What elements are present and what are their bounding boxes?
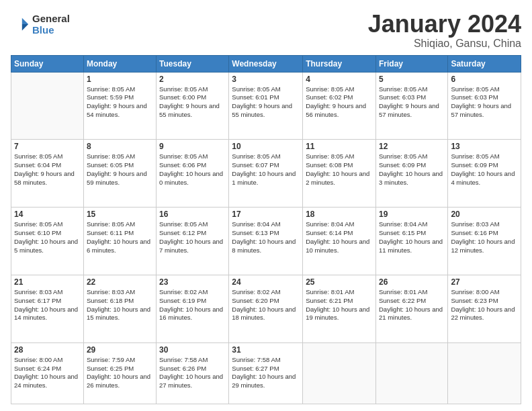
day-info: Sunrise: 8:01 AMSunset: 6:22 PMDaylight:…: [379, 288, 443, 321]
day-cell: 9 Sunrise: 8:05 AMSunset: 6:06 PMDayligh…: [157, 140, 229, 208]
day-cell: [303, 342, 376, 404]
day-info: Sunrise: 8:00 AMSunset: 6:23 PMDaylight:…: [451, 288, 515, 321]
calendar-subtitle: Shiqiao, Gansu, China: [368, 38, 521, 50]
svg-marker-1: [22, 24, 28, 30]
day-cell: 8 Sunrise: 8:05 AMSunset: 6:05 PMDayligh…: [83, 140, 156, 208]
logo: General Blue: [11, 13, 70, 36]
day-number: 14: [14, 210, 81, 219]
day-cell: 16 Sunrise: 8:05 AMSunset: 6:12 PMDaylig…: [157, 208, 229, 275]
day-number: 25: [306, 277, 373, 287]
logo-icon: [11, 15, 30, 34]
day-cell: 20 Sunrise: 8:03 AMSunset: 6:16 PMDaylig…: [448, 208, 521, 275]
day-cell: [11, 72, 84, 140]
day-cell: 13 Sunrise: 8:05 AMSunset: 6:09 PMDaylig…: [448, 140, 521, 208]
day-info: Sunrise: 8:05 AMSunset: 6:09 PMDaylight:…: [451, 152, 515, 185]
day-cell: 22 Sunrise: 8:03 AMSunset: 6:18 PMDaylig…: [83, 275, 156, 342]
day-header-monday: Monday: [83, 55, 156, 72]
day-cell: 15 Sunrise: 8:05 AMSunset: 6:11 PMDaylig…: [83, 208, 156, 275]
day-number: 1: [87, 75, 153, 84]
day-cell: 12 Sunrise: 8:05 AMSunset: 6:09 PMDaylig…: [375, 140, 447, 208]
day-number: 3: [232, 75, 300, 84]
day-number: 21: [14, 277, 81, 287]
day-cell: 26 Sunrise: 8:01 AMSunset: 6:22 PMDaylig…: [375, 275, 447, 342]
day-info: Sunrise: 8:05 AMSunset: 6:00 PMDaylight:…: [159, 85, 220, 118]
day-info: Sunrise: 8:04 AMSunset: 6:13 PMDaylight:…: [232, 220, 296, 253]
day-info: Sunrise: 8:04 AMSunset: 6:14 PMDaylight:…: [306, 220, 369, 253]
day-header-sunday: Sunday: [11, 55, 84, 72]
day-number: 15: [87, 210, 153, 219]
day-info: Sunrise: 8:01 AMSunset: 6:21 PMDaylight:…: [306, 288, 369, 321]
day-info: Sunrise: 8:00 AMSunset: 6:24 PMDaylight:…: [14, 356, 78, 389]
day-header-thursday: Thursday: [303, 55, 376, 72]
day-number: 5: [379, 75, 445, 84]
calendar-container: General Blue January 2024 Shiqiao, Gansu…: [0, 0, 532, 411]
day-number: 28: [14, 345, 81, 355]
day-cell: 23 Sunrise: 8:02 AMSunset: 6:19 PMDaylig…: [157, 275, 229, 342]
day-number: 4: [306, 75, 373, 84]
day-info: Sunrise: 8:05 AMSunset: 6:07 PMDaylight:…: [232, 152, 296, 185]
day-cell: 30 Sunrise: 7:58 AMSunset: 6:26 PMDaylig…: [157, 342, 229, 404]
week-row-1: 1 Sunrise: 8:05 AMSunset: 5:59 PMDayligh…: [11, 72, 521, 140]
day-cell: 19 Sunrise: 8:04 AMSunset: 6:15 PMDaylig…: [375, 208, 447, 275]
day-cell: 4 Sunrise: 8:05 AMSunset: 6:02 PMDayligh…: [303, 72, 376, 140]
day-number: 31: [232, 345, 300, 355]
day-cell: 28 Sunrise: 8:00 AMSunset: 6:24 PMDaylig…: [11, 342, 84, 404]
day-cell: 17 Sunrise: 8:04 AMSunset: 6:13 PMDaylig…: [229, 208, 303, 275]
title-block: January 2024 Shiqiao, Gansu, China: [368, 11, 521, 50]
day-info: Sunrise: 8:05 AMSunset: 6:03 PMDaylight:…: [379, 85, 439, 118]
day-number: 10: [232, 142, 300, 151]
day-number: 9: [159, 142, 226, 151]
day-number: 16: [159, 210, 226, 219]
day-header-friday: Friday: [375, 55, 447, 72]
day-info: Sunrise: 8:05 AMSunset: 6:10 PMDaylight:…: [14, 220, 78, 253]
week-row-4: 21 Sunrise: 8:03 AMSunset: 6:17 PMDaylig…: [11, 275, 521, 342]
day-info: Sunrise: 8:05 AMSunset: 6:05 PMDaylight:…: [87, 152, 147, 185]
day-info: Sunrise: 8:05 AMSunset: 6:03 PMDaylight:…: [451, 85, 511, 118]
day-number: 12: [379, 142, 445, 151]
day-number: 27: [451, 277, 518, 287]
day-info: Sunrise: 8:03 AMSunset: 6:16 PMDaylight:…: [451, 220, 515, 253]
day-number: 18: [306, 210, 373, 219]
day-cell: 21 Sunrise: 8:03 AMSunset: 6:17 PMDaylig…: [11, 275, 84, 342]
day-info: Sunrise: 8:05 AMSunset: 5:59 PMDaylight:…: [87, 85, 147, 118]
day-number: 6: [451, 75, 518, 84]
day-cell: [448, 342, 521, 404]
day-cell: 10 Sunrise: 8:05 AMSunset: 6:07 PMDaylig…: [229, 140, 303, 208]
logo-general: General: [32, 13, 70, 25]
day-info: Sunrise: 8:03 AMSunset: 6:18 PMDaylight:…: [87, 288, 150, 321]
day-cell: 7 Sunrise: 8:05 AMSunset: 6:04 PMDayligh…: [11, 140, 84, 208]
day-cell: 1 Sunrise: 8:05 AMSunset: 5:59 PMDayligh…: [83, 72, 156, 140]
day-number: 8: [87, 142, 153, 151]
week-row-3: 14 Sunrise: 8:05 AMSunset: 6:10 PMDaylig…: [11, 208, 521, 275]
day-header-saturday: Saturday: [448, 55, 521, 72]
day-cell: 24 Sunrise: 8:02 AMSunset: 6:20 PMDaylig…: [229, 275, 303, 342]
day-number: 24: [232, 277, 300, 287]
day-info: Sunrise: 8:05 AMSunset: 6:02 PMDaylight:…: [306, 85, 366, 118]
calendar-header: General Blue January 2024 Shiqiao, Gansu…: [11, 11, 521, 50]
day-cell: 3 Sunrise: 8:05 AMSunset: 6:01 PMDayligh…: [229, 72, 303, 140]
day-info: Sunrise: 7:59 AMSunset: 6:25 PMDaylight:…: [87, 356, 150, 389]
day-number: 26: [379, 277, 445, 287]
day-cell: 29 Sunrise: 7:59 AMSunset: 6:25 PMDaylig…: [83, 342, 156, 404]
day-header-tuesday: Tuesday: [157, 55, 229, 72]
day-number: 23: [159, 277, 226, 287]
calendar-title: January 2024: [368, 11, 521, 38]
day-info: Sunrise: 8:02 AMSunset: 6:20 PMDaylight:…: [232, 288, 296, 321]
day-info: Sunrise: 8:05 AMSunset: 6:04 PMDaylight:…: [14, 152, 75, 185]
day-headers-row: SundayMondayTuesdayWednesdayThursdayFrid…: [11, 55, 521, 72]
calendar-table: SundayMondayTuesdayWednesdayThursdayFrid…: [11, 55, 521, 404]
day-cell: 31 Sunrise: 7:58 AMSunset: 6:27 PMDaylig…: [229, 342, 303, 404]
logo-blue: Blue: [32, 25, 70, 36]
day-info: Sunrise: 8:05 AMSunset: 6:08 PMDaylight:…: [306, 152, 369, 185]
week-row-5: 28 Sunrise: 8:00 AMSunset: 6:24 PMDaylig…: [11, 342, 521, 404]
day-cell: 6 Sunrise: 8:05 AMSunset: 6:03 PMDayligh…: [448, 72, 521, 140]
day-number: 20: [451, 210, 518, 219]
day-info: Sunrise: 8:05 AMSunset: 6:11 PMDaylight:…: [87, 220, 150, 253]
day-cell: 14 Sunrise: 8:05 AMSunset: 6:10 PMDaylig…: [11, 208, 84, 275]
day-cell: 5 Sunrise: 8:05 AMSunset: 6:03 PMDayligh…: [375, 72, 447, 140]
day-info: Sunrise: 8:02 AMSunset: 6:19 PMDaylight:…: [159, 288, 223, 321]
day-info: Sunrise: 8:05 AMSunset: 6:01 PMDaylight:…: [232, 85, 292, 118]
day-info: Sunrise: 7:58 AMSunset: 6:27 PMDaylight:…: [232, 356, 296, 389]
day-number: 19: [379, 210, 445, 219]
day-cell: 18 Sunrise: 8:04 AMSunset: 6:14 PMDaylig…: [303, 208, 376, 275]
